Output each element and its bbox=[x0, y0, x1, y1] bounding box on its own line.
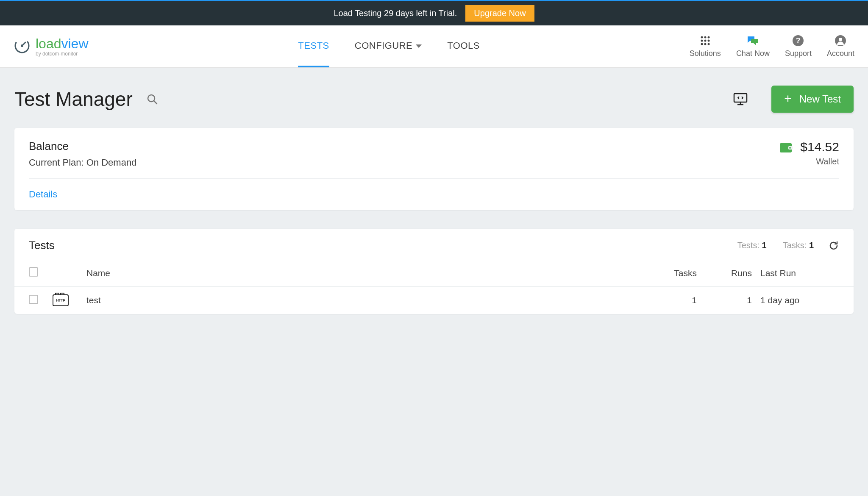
nav-tools-label: TOOLS bbox=[447, 40, 480, 51]
primary-nav: TESTS CONFIGURE TOOLS bbox=[89, 25, 690, 67]
svg-point-5 bbox=[707, 36, 709, 39]
svg-text:?: ? bbox=[796, 36, 801, 45]
balance-wallet-label: Wallet bbox=[800, 157, 839, 166]
col-name: Name bbox=[86, 260, 650, 287]
account-label: Account bbox=[827, 49, 854, 58]
svg-point-7 bbox=[704, 40, 706, 42]
col-last-run: Last Run bbox=[760, 260, 854, 287]
svg-point-3 bbox=[701, 36, 703, 39]
nav-tools[interactable]: TOOLS bbox=[447, 25, 480, 67]
chat-now-button[interactable]: Chat Now bbox=[736, 35, 770, 58]
app-header: loadview by dotcom-monitor TESTS CONFIGU… bbox=[0, 25, 868, 68]
support-label: Support bbox=[785, 49, 812, 58]
row-tasks: 1 bbox=[650, 287, 705, 314]
chat-label: Chat Now bbox=[736, 49, 770, 58]
svg-point-11 bbox=[707, 43, 709, 45]
balance-plan: Current Plan: On Demand bbox=[29, 157, 136, 168]
chat-icon bbox=[747, 35, 759, 47]
help-icon: ? bbox=[792, 35, 804, 47]
logo-part2: view bbox=[61, 36, 89, 51]
balance-amount: $14.52 bbox=[800, 140, 839, 154]
svg-point-9 bbox=[701, 43, 703, 45]
tasks-count-label: Tasks: bbox=[783, 241, 809, 250]
tasks-count-value: 1 bbox=[809, 241, 814, 250]
refresh-icon bbox=[828, 240, 839, 251]
wallet-icon bbox=[779, 141, 793, 155]
account-button[interactable]: Account bbox=[827, 35, 854, 58]
svg-point-10 bbox=[704, 43, 706, 45]
trial-text: Load Testing 29 days left in Trial. bbox=[334, 8, 457, 18]
tests-count-value: 1 bbox=[762, 241, 767, 250]
nav-configure-label: CONFIGURE bbox=[355, 40, 413, 51]
svg-point-4 bbox=[704, 36, 706, 39]
row-name: test bbox=[86, 287, 650, 314]
col-tasks: Tasks bbox=[650, 260, 705, 287]
logo-part1: load bbox=[36, 36, 61, 51]
page-body: Test Manager + New Test Balance Current … bbox=[0, 68, 868, 350]
select-all-checkbox[interactable] bbox=[29, 267, 38, 277]
page-head: Test Manager + New Test bbox=[14, 86, 854, 113]
trial-banner: Load Testing 29 days left in Trial. Upgr… bbox=[0, 0, 868, 25]
row-checkbox[interactable] bbox=[29, 295, 38, 304]
display-icon bbox=[733, 93, 748, 105]
col-runs: Runs bbox=[705, 260, 760, 287]
tests-count-label: Tests: bbox=[737, 241, 762, 250]
search-button[interactable] bbox=[145, 91, 160, 107]
balance-plan-prefix: Current Plan: bbox=[29, 157, 86, 168]
svg-line-17 bbox=[154, 101, 157, 104]
tests-title: Tests bbox=[29, 239, 55, 252]
nav-tests-label: TESTS bbox=[298, 40, 329, 51]
tests-table: Name Tasks Runs Last Run HTTPtest111 day… bbox=[14, 260, 854, 314]
svg-point-23 bbox=[789, 147, 791, 149]
search-icon bbox=[146, 93, 158, 105]
svg-line-2 bbox=[22, 42, 25, 46]
svg-point-8 bbox=[707, 40, 709, 42]
grid-icon bbox=[699, 35, 711, 47]
header-actions: Solutions Chat Now ? Support Account bbox=[690, 35, 854, 58]
upgrade-now-button[interactable]: Upgrade Now bbox=[465, 5, 534, 22]
svg-point-6 bbox=[701, 40, 703, 42]
gauge-icon bbox=[14, 37, 31, 56]
logo[interactable]: loadview by dotcom-monitor bbox=[14, 37, 89, 56]
tests-card: Tests Tests: 1 Tasks: 1 Name Tasks Runs … bbox=[14, 229, 854, 314]
nav-tests[interactable]: TESTS bbox=[298, 25, 329, 67]
tests-counts: Tests: 1 Tasks: 1 bbox=[737, 241, 814, 250]
page-title: Test Manager bbox=[14, 88, 133, 111]
logo-text: loadview by dotcom-monitor bbox=[36, 37, 89, 56]
refresh-button[interactable] bbox=[828, 240, 839, 251]
new-test-label: New Test bbox=[799, 93, 841, 105]
account-icon bbox=[835, 35, 846, 47]
balance-details-link[interactable]: Details bbox=[29, 189, 57, 200]
nav-configure[interactable]: CONFIGURE bbox=[355, 25, 422, 67]
http-icon: HTTP bbox=[53, 294, 69, 306]
svg-rect-18 bbox=[734, 94, 747, 102]
new-test-button[interactable]: + New Test bbox=[771, 86, 854, 113]
solutions-button[interactable]: Solutions bbox=[690, 35, 721, 58]
svg-point-15 bbox=[839, 38, 842, 41]
row-last-run: 1 day ago bbox=[760, 287, 854, 314]
balance-card: Balance Current Plan: On Demand $14.52 W… bbox=[14, 128, 854, 210]
support-button[interactable]: ? Support bbox=[785, 35, 812, 58]
table-row[interactable]: HTTPtest111 day ago bbox=[14, 287, 854, 314]
chevron-down-icon bbox=[416, 44, 422, 48]
display-settings-button[interactable] bbox=[733, 93, 748, 105]
balance-plan-name: On Demand bbox=[86, 157, 137, 168]
row-runs: 1 bbox=[705, 287, 760, 314]
balance-title: Balance bbox=[29, 140, 136, 153]
solutions-label: Solutions bbox=[690, 49, 721, 58]
logo-subtitle: by dotcom-monitor bbox=[36, 51, 89, 56]
